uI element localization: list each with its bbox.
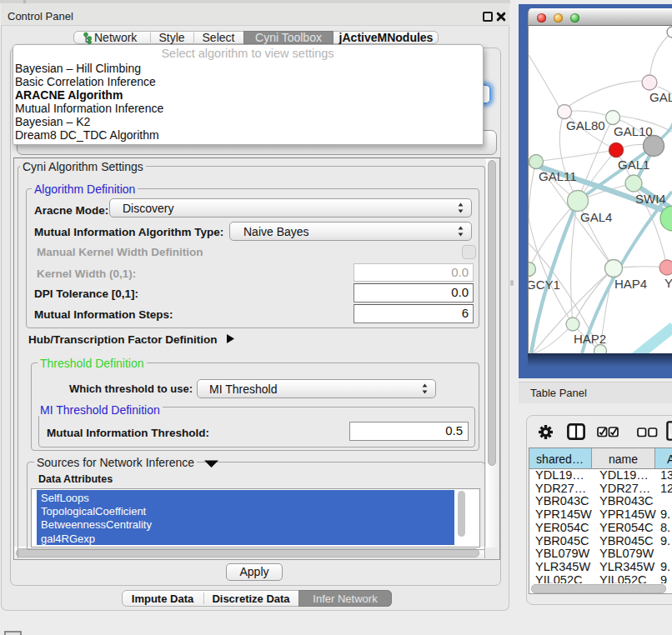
svg-text:GAL1: GAL1 xyxy=(618,158,649,172)
svg-text:Y: Y xyxy=(664,276,672,290)
svg-text:GAL4: GAL4 xyxy=(580,210,612,224)
svg-text:GAL10: GAL10 xyxy=(614,124,653,138)
svg-text:GAL11: GAL11 xyxy=(539,169,577,183)
svg-text:SWI4: SWI4 xyxy=(635,192,666,206)
svg-text:HAP4: HAP4 xyxy=(614,277,647,291)
svg-text:GAL7: GAL7 xyxy=(649,90,672,104)
svg-text:HAP2: HAP2 xyxy=(574,332,606,346)
svg-text:GAL80: GAL80 xyxy=(566,118,605,132)
svg-text:GCY1: GCY1 xyxy=(529,278,560,292)
